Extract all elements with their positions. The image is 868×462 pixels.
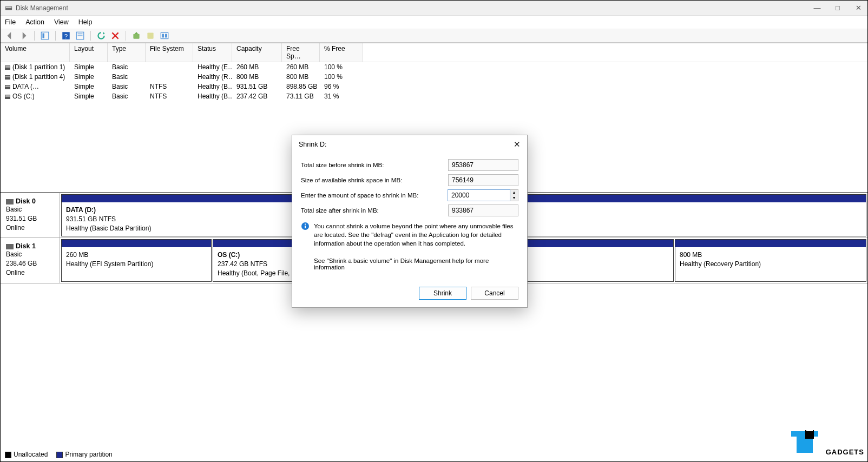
menu-file[interactable]: File	[5, 18, 16, 26]
partition[interactable]: 800 MBHealthy (Recovery Partition)	[675, 239, 866, 281]
show-tree-icon[interactable]	[40, 31, 50, 41]
volume-row[interactable]: DATA (…SimpleBasicNTFSHealthy (B…931.51 …	[1, 82, 867, 91]
svg-rect-13	[165, 34, 167, 38]
svg-rect-14	[805, 430, 814, 439]
window-title: Disk Management	[16, 4, 812, 12]
svg-rect-3	[43, 34, 44, 38]
volume-row[interactable]: OS (C:)SimpleBasicNTFSHealthy (B…237.42 …	[1, 91, 867, 101]
total-before-label: Total size before shrink in MB:	[301, 162, 448, 168]
total-after-value	[448, 204, 518, 216]
info-icon	[301, 222, 310, 230]
shrink-dialog: Shrink D: ✕ Total size before shrink in …	[292, 135, 528, 308]
total-after-label: Total size after shrink in MB:	[301, 207, 448, 214]
cancel-button[interactable]: Cancel	[471, 287, 518, 300]
col-pctfree[interactable]: % Free	[320, 43, 363, 62]
help-icon[interactable]: ?	[61, 31, 71, 41]
svg-rect-15	[806, 429, 813, 431]
col-filesystem[interactable]: File System	[146, 43, 193, 62]
dialog-title: Shrink D:	[299, 141, 326, 148]
available-shrink-value	[448, 174, 518, 186]
volume-row[interactable]: (Disk 1 partition 4)SimpleBasicHealthy (…	[1, 72, 867, 82]
close-window-button[interactable]: ✕	[853, 4, 863, 12]
disk-0-label[interactable]: Disk 0 Basic 931.51 GB Online	[1, 193, 60, 237]
menu-view[interactable]: View	[54, 18, 69, 26]
shrink-button[interactable]: Shrink	[419, 287, 466, 300]
amount-to-shrink-label: Enter the amount of space to shrink in M…	[301, 192, 448, 199]
toolbar: ?	[1, 29, 867, 43]
maximize-button[interactable]: □	[833, 4, 843, 12]
spinner-down-button[interactable]: ▼	[510, 195, 518, 201]
refresh-icon[interactable]	[96, 31, 106, 41]
col-status[interactable]: Status	[193, 43, 232, 62]
svg-rect-9	[133, 34, 139, 39]
disk-icon	[6, 244, 14, 249]
menu-action[interactable]: Action	[25, 18, 44, 26]
menubar: File Action View Help	[1, 16, 867, 29]
info-text: You cannot shrink a volume beyond the po…	[314, 222, 518, 248]
back-icon[interactable]	[5, 31, 15, 41]
svg-text:?: ?	[64, 33, 68, 39]
legend-unallocated-swatch	[5, 452, 11, 458]
minimize-button[interactable]: —	[812, 4, 822, 12]
svg-rect-11	[161, 32, 168, 38]
col-volume[interactable]: Volume	[1, 43, 70, 62]
volume-table-header: Volume Layout Type File System Status Ca…	[1, 43, 867, 62]
amount-to-shrink-input[interactable]	[448, 189, 510, 201]
delete-icon[interactable]	[110, 31, 120, 41]
col-capacity[interactable]: Capacity	[232, 43, 282, 62]
col-layout[interactable]: Layout	[70, 43, 108, 62]
disk-management-icon	[5, 4, 12, 12]
volume-row[interactable]: (Disk 1 partition 1)SimpleBasicHealthy (…	[1, 62, 867, 72]
spinner-up-button[interactable]: ▲	[510, 190, 518, 195]
properties-icon[interactable]	[75, 31, 85, 41]
disk-icon	[6, 199, 14, 204]
attach-vhd-icon[interactable]	[146, 31, 155, 41]
col-free[interactable]: Free Sp…	[282, 43, 320, 62]
total-before-value	[448, 159, 518, 171]
svg-rect-10	[147, 32, 153, 38]
menu-help[interactable]: Help	[78, 18, 93, 26]
available-shrink-label: Size of available shrink space in MB:	[301, 177, 448, 183]
legend: Unallocated Primary partition	[5, 451, 113, 458]
svg-rect-12	[162, 34, 164, 38]
forward-icon[interactable]	[19, 31, 29, 41]
settings-icon[interactable]	[160, 31, 169, 41]
partition[interactable]: 260 MBHealthy (EFI System Partition)	[61, 239, 212, 281]
dialog-close-button[interactable]: ✕	[514, 140, 521, 149]
disk-1-label[interactable]: Disk 1 Basic 238.46 GB Online	[1, 238, 60, 282]
help-text: See "Shrink a basic volume" in Disk Mana…	[314, 258, 518, 270]
titlebar: Disk Management — □ ✕	[1, 1, 867, 16]
svg-rect-17	[305, 226, 306, 228]
create-vhd-icon[interactable]	[131, 31, 141, 41]
col-type[interactable]: Type	[108, 43, 146, 62]
watermark: GADGETS	[786, 426, 864, 458]
legend-primary-swatch	[56, 452, 63, 458]
svg-rect-1	[6, 6, 12, 8]
svg-rect-2	[41, 32, 49, 39]
svg-rect-18	[305, 224, 306, 225]
